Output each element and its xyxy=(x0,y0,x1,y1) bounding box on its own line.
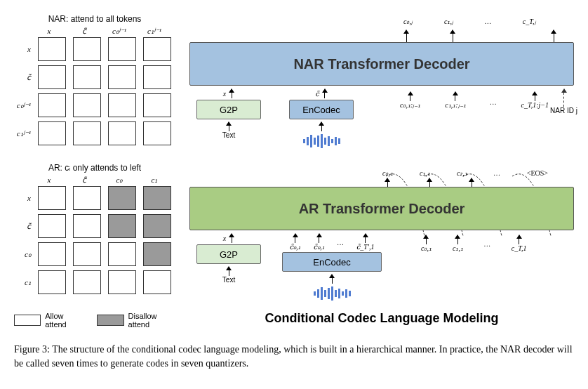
ar-output-tokens: c₀,₁ c₁,₁ c₂,₁ … <EOS> xyxy=(382,169,548,177)
block-label: AR Transformer Decoder xyxy=(299,201,465,217)
arrow-up-icon xyxy=(385,178,390,187)
attn-cell xyxy=(143,37,171,61)
attn-cell xyxy=(73,242,101,266)
arrow-up-icon xyxy=(427,178,432,187)
arrow-up-icon xyxy=(450,29,455,42)
attention-matrices: NAR: attend to all tokens x c̃ c₀ʲ⁻¹ c₁ʲ… xyxy=(14,14,175,329)
col-label: c̃ xyxy=(70,176,98,185)
token-label: c₁,₁:ⱼ₋₁ xyxy=(445,101,465,109)
col-label: x xyxy=(35,176,63,185)
token-label: c₁,ⱼ xyxy=(444,18,453,25)
legend-box-allow xyxy=(14,315,41,326)
attn-cell xyxy=(73,65,101,89)
x-label: x xyxy=(223,235,226,242)
row-label: c₀ʲ⁻¹ xyxy=(14,101,31,110)
arrow-up-icon xyxy=(469,178,474,187)
token-label: c₀,ⱼ xyxy=(403,18,413,25)
row-label: c̃ xyxy=(14,222,31,231)
attn-cell xyxy=(143,93,171,117)
token-label: … xyxy=(494,169,500,177)
attn-cell xyxy=(108,242,136,266)
token-label: c̃₀,₁ xyxy=(289,243,300,251)
token-label: c_T,1 xyxy=(512,244,527,252)
g2p-stack: x G2P Text xyxy=(196,233,261,284)
row-label: c₁ xyxy=(14,278,31,287)
encodec-stack-ar: c̃₀,₁ c̃₀,₁ … c̃_T′,1 EnCodec xyxy=(282,233,382,301)
token-input: c_T,1:j−1 xyxy=(521,91,549,109)
token-label: c₁,₁ xyxy=(453,244,463,252)
row-label: c₁ʲ⁻¹ xyxy=(14,129,31,138)
attn-cell xyxy=(73,270,101,294)
attn-cell xyxy=(38,214,66,238)
token-label: c̃₀,₁ xyxy=(314,243,325,251)
encodec-block: EnCodec xyxy=(282,252,382,272)
nar-id-input: NAR ID j xyxy=(550,88,577,114)
waveform-icon xyxy=(303,134,340,148)
attn-cell xyxy=(38,121,66,145)
attn-cell xyxy=(73,37,101,61)
ar-col-labels: x c̃ c₀ c₁ xyxy=(14,176,175,185)
waveform-icon xyxy=(314,286,351,301)
block-label: EnCodec xyxy=(313,257,350,268)
ar-decoder-block: AR Transformer Decoder xyxy=(189,187,574,230)
token-label: c₀,₁:ⱼ₋₁ xyxy=(400,101,420,109)
col-label: c₁ xyxy=(140,176,168,185)
attn-cell xyxy=(143,65,171,89)
attn-cell xyxy=(108,93,136,117)
attn-cell xyxy=(73,214,101,238)
attn-cell xyxy=(73,121,101,145)
nar-output-tokens: c₀,ⱼ c₁,ⱼ … c_T,ⱼ xyxy=(189,18,574,25)
col-label: c̃ xyxy=(70,27,98,36)
arrow-up-icon xyxy=(551,29,556,42)
legend-label: Disallow attend xyxy=(128,312,175,329)
row-label: c̃ xyxy=(14,73,31,82)
attn-cell-masked xyxy=(108,186,136,210)
g2p-block: G2P xyxy=(196,244,261,264)
token-label: <EOS> xyxy=(527,169,548,177)
attn-cell xyxy=(73,186,101,210)
nar-col-labels: x c̃ c₀ʲ⁻¹ c₁ʲ⁻¹ xyxy=(14,27,175,36)
attn-cell xyxy=(73,93,101,117)
attn-cell-masked xyxy=(143,242,171,266)
nar-id-label: NAR ID j xyxy=(550,107,577,114)
ar-code-inputs: c₀,₁ c₁,₁ … c_T,1 xyxy=(421,235,527,252)
arrow-up-icon xyxy=(403,29,409,42)
ar-attention-matrix: AR: cᵢ only attends to left x c̃ c₀ c₁ x… xyxy=(14,163,175,294)
figure-caption: Figure 3: The structure of the condition… xyxy=(14,343,574,370)
nar-decoder-block: NAR Transformer Decoder xyxy=(189,42,574,86)
text-label: Text xyxy=(222,131,235,139)
col-label: x xyxy=(35,27,63,36)
token-label: c_T,1:j−1 xyxy=(521,101,549,109)
attn-cell xyxy=(38,93,66,117)
attn-cell-masked xyxy=(143,214,171,238)
attn-cell xyxy=(38,65,66,89)
block-label: NAR Transformer Decoder xyxy=(293,56,469,72)
diagram-title: Conditional Codec Language Modeling xyxy=(189,311,574,326)
attn-cell xyxy=(108,270,136,294)
block-label: G2P xyxy=(220,249,238,260)
token-label: c₁,₁ xyxy=(420,169,430,177)
attn-cell xyxy=(108,121,136,145)
row-label: x xyxy=(14,194,31,202)
attn-cell xyxy=(143,121,171,145)
attn-cell xyxy=(108,37,136,61)
attn-cell xyxy=(108,65,136,89)
legend-box-disallow xyxy=(97,315,123,326)
legend-disallow: Disallow attend xyxy=(97,312,175,329)
nar-matrix-title: NAR: attend to all tokens xyxy=(14,14,175,24)
legend: Allow attend Disallow attend xyxy=(14,312,175,329)
attn-cell xyxy=(143,270,171,294)
legend-label: Allow attend xyxy=(45,312,83,329)
legend-allow: Allow attend xyxy=(14,312,83,329)
token-label: c₂,₁ xyxy=(457,169,467,177)
row-label: c₀ xyxy=(14,250,31,259)
attn-cell xyxy=(38,242,66,266)
token-input: c₀,₁:ⱼ₋₁ xyxy=(400,91,420,109)
nar-attention-matrix: NAR: attend to all tokens x c̃ c₀ʲ⁻¹ c₁ʲ… xyxy=(14,14,175,145)
attn-cell-masked xyxy=(108,214,136,238)
token-label: c̃_T′,1 xyxy=(356,243,375,251)
architecture-diagram: c₀,ⱼ c₁,ⱼ … c_T,ⱼ NAR Transformer Decode… xyxy=(189,14,574,329)
token-label: c₀,₁ xyxy=(382,169,393,177)
ar-matrix-title: AR: cᵢ only attends to left xyxy=(14,163,175,173)
token-label: c₀,₁ xyxy=(421,244,432,252)
